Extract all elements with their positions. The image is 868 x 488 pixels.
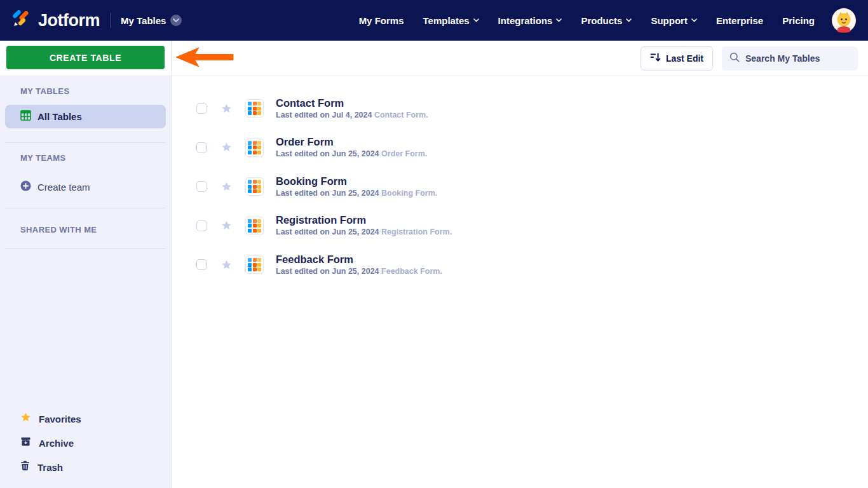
star-icon[interactable] <box>221 220 232 231</box>
sort-icon <box>650 53 661 64</box>
table-grid-icon <box>245 139 264 157</box>
row-checkbox[interactable] <box>196 181 207 192</box>
main-toolbar: Last Edit <box>172 41 868 76</box>
table-title: Registration Form <box>276 214 452 227</box>
nav-link-integrations[interactable]: Integrations <box>498 15 562 26</box>
top-navbar: Jotform My Tables My Forms Templates Int… <box>0 0 868 41</box>
table-row[interactable]: Order Form Last edited on Jun 25, 2024 O… <box>172 128 868 168</box>
jotform-logo[interactable]: Jotform <box>10 8 100 32</box>
chevron-down-icon <box>556 18 562 22</box>
table-title: Booking Form <box>276 175 437 188</box>
row-checkbox[interactable] <box>196 142 207 153</box>
create-team-button[interactable]: Create team <box>0 168 171 194</box>
nav-link-products[interactable]: Products <box>581 15 632 26</box>
nav-link-pricing[interactable]: Pricing <box>782 15 815 26</box>
table-meta: Last edited on Jun 25, 2024 Order Form. <box>276 149 427 159</box>
navbar-links: My Forms Templates Integrations Products… <box>359 15 815 26</box>
table-title: Feedback Form <box>276 253 442 266</box>
table-grid-icon <box>245 217 264 235</box>
main-area: Last Edit Contact Form <box>172 41 868 488</box>
table-row[interactable]: Contact Form Last edited on Jul 4, 2024 … <box>172 89 868 128</box>
star-icon[interactable] <box>221 142 232 152</box>
search-input[interactable] <box>745 53 850 64</box>
row-text: Registration Form Last edited on Jun 25,… <box>276 214 452 238</box>
chevron-down-icon <box>691 18 697 22</box>
row-checkbox[interactable] <box>196 220 207 231</box>
table-meta: Last edited on Jun 25, 2024 Feedback For… <box>276 266 442 277</box>
sidebar-item-trash[interactable]: Trash <box>0 455 171 479</box>
all-tables-label: All Tables <box>37 111 82 122</box>
sidebar-item-favorites[interactable]: Favorites <box>0 407 171 431</box>
table-grid-icon <box>20 110 31 123</box>
table-title: Order Form <box>276 135 427 149</box>
nav-link-support[interactable]: Support <box>651 15 697 26</box>
sidebar-item-all-tables[interactable]: All Tables <box>5 105 166 128</box>
table-grid-icon <box>245 99 264 118</box>
chevron-down-icon <box>626 18 632 22</box>
product-switcher[interactable]: My Tables <box>121 15 182 26</box>
trash-icon <box>20 461 30 473</box>
pointer-arrow-icon <box>175 47 234 70</box>
table-title: Contact Form <box>276 97 428 110</box>
table-row[interactable]: Registration Form Last edited on Jun 25,… <box>172 207 868 246</box>
navbar-divider <box>110 13 111 28</box>
row-checkbox[interactable] <box>196 259 207 270</box>
brand-wordmark: Jotform <box>38 11 100 30</box>
sidebar: CREATE TABLE MY TABLES All Tables MY TEA… <box>0 41 172 488</box>
page-body: CREATE TABLE MY TABLES All Tables MY TEA… <box>0 41 868 488</box>
create-team-label: Create team <box>37 182 90 193</box>
my-tables-header: MY TABLES <box>0 76 171 101</box>
sort-button-label: Last Edit <box>666 53 703 64</box>
row-text: Order Form Last edited on Jun 25, 2024 O… <box>276 135 427 159</box>
table-meta: Last edited on Jun 25, 2024 Registration… <box>276 227 452 238</box>
user-avatar[interactable] <box>831 8 857 33</box>
row-checkbox[interactable] <box>196 103 207 114</box>
nav-link-enterprise[interactable]: Enterprise <box>716 15 763 26</box>
table-row[interactable]: Booking Form Last edited on Jun 25, 2024… <box>172 167 868 207</box>
sidebar-footer: Favorites Archive <box>0 407 171 479</box>
sidebar-top: CREATE TABLE <box>0 41 171 76</box>
star-icon[interactable] <box>221 104 232 114</box>
star-icon[interactable] <box>221 182 232 192</box>
chevron-down-icon <box>170 15 182 26</box>
table-row[interactable]: Feedback Form Last edited on Jun 25, 202… <box>172 245 868 285</box>
row-text: Feedback Form Last edited on Jun 25, 202… <box>276 253 442 277</box>
create-table-button[interactable]: CREATE TABLE <box>6 46 165 69</box>
product-switcher-label: My Tables <box>121 15 166 26</box>
sidebar-item-archive[interactable]: Archive <box>0 431 171 455</box>
row-text: Contact Form Last edited on Jul 4, 2024 … <box>276 97 428 121</box>
chevron-down-icon <box>473 18 479 22</box>
sort-button[interactable]: Last Edit <box>641 46 713 71</box>
plus-circle-icon <box>20 180 31 194</box>
star-icon[interactable] <box>221 260 232 270</box>
table-grid-icon <box>245 255 264 274</box>
shared-with-me-header: SHARED WITH ME <box>0 208 171 240</box>
jotform-logo-icon <box>10 8 32 32</box>
table-meta: Last edited on Jun 25, 2024 Booking Form… <box>276 188 437 199</box>
star-icon <box>20 412 31 425</box>
sidebar-divider <box>5 248 166 249</box>
row-text: Booking Form Last edited on Jun 25, 2024… <box>276 175 437 199</box>
table-grid-icon <box>245 177 264 196</box>
nav-link-templates[interactable]: Templates <box>423 15 478 26</box>
search-box <box>722 46 858 71</box>
search-icon <box>729 52 740 65</box>
tables-list: Contact Form Last edited on Jul 4, 2024 … <box>172 76 868 285</box>
my-teams-header: MY TEAMS <box>0 143 171 168</box>
archive-icon <box>20 437 31 449</box>
nav-link-my-forms[interactable]: My Forms <box>359 15 404 26</box>
table-meta: Last edited on Jul 4, 2024 Contact Form. <box>276 110 428 121</box>
